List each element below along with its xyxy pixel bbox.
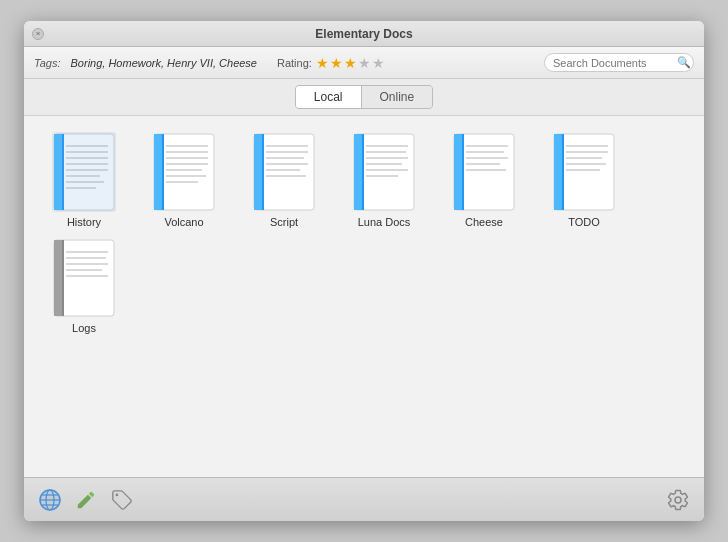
file-item-history[interactable]: History — [44, 132, 124, 228]
stars[interactable]: ★ ★ ★ ★ ★ — [316, 55, 385, 71]
content-area: History — [24, 116, 704, 477]
tag-icon[interactable] — [108, 486, 136, 514]
search-input[interactable] — [553, 57, 673, 69]
file-icon-cheese — [452, 132, 516, 212]
svg-rect-37 — [362, 134, 364, 210]
gear-icon[interactable] — [664, 486, 692, 514]
tab-online[interactable]: Online — [362, 86, 433, 108]
star-4[interactable]: ★ — [358, 55, 371, 71]
window-title: Elementary Docs — [315, 27, 412, 41]
rating-section: Rating: ★ ★ ★ ★ ★ — [277, 55, 385, 71]
svg-rect-64 — [54, 240, 62, 316]
svg-rect-47 — [462, 134, 464, 210]
svg-rect-16 — [162, 134, 164, 210]
svg-rect-55 — [554, 134, 562, 210]
star-5[interactable]: ★ — [372, 55, 385, 71]
star-1[interactable]: ★ — [316, 55, 329, 71]
edit-icon[interactable] — [72, 486, 100, 514]
rating-label: Rating: — [277, 57, 312, 69]
file-item-luna-docs[interactable]: Luna Docs — [344, 132, 424, 228]
file-name-script: Script — [270, 216, 298, 228]
file-item-script[interactable]: Script — [244, 132, 324, 228]
title-bar: × Elementary Docs — [24, 21, 704, 47]
star-2[interactable]: ★ — [330, 55, 343, 71]
svg-rect-56 — [562, 134, 564, 210]
file-icon-luna-docs — [352, 132, 416, 212]
files-grid: History — [44, 132, 684, 334]
star-3[interactable]: ★ — [344, 55, 357, 71]
file-item-cheese[interactable]: Cheese — [444, 132, 524, 228]
file-name-cheese: Cheese — [465, 216, 503, 228]
svg-rect-12 — [52, 132, 116, 212]
file-item-volcano[interactable]: Volcano — [144, 132, 224, 228]
svg-point-78 — [675, 497, 681, 503]
search-icon: 🔍 — [677, 56, 691, 69]
search-box[interactable]: 🔍 — [544, 53, 694, 72]
svg-rect-15 — [154, 134, 162, 210]
tab-local[interactable]: Local — [296, 86, 362, 108]
tab-bar: Local Online — [24, 79, 704, 116]
file-icon-logs — [52, 238, 116, 318]
file-icon-history — [52, 132, 116, 212]
file-icon-volcano — [152, 132, 216, 212]
file-icon-todo — [552, 132, 616, 212]
tags-value: Boring, Homework, Henry VII, Cheese — [71, 57, 257, 69]
status-bar — [24, 477, 704, 521]
globe-icon[interactable] — [36, 486, 64, 514]
file-name-luna-docs: Luna Docs — [358, 216, 411, 228]
svg-rect-65 — [62, 240, 64, 316]
svg-point-77 — [116, 493, 119, 496]
svg-rect-27 — [262, 134, 264, 210]
svg-rect-26 — [254, 134, 262, 210]
main-window: × Elementary Docs Tags: Boring, Homework… — [24, 21, 704, 521]
tab-group: Local Online — [295, 85, 433, 109]
svg-rect-46 — [454, 134, 462, 210]
file-name-todo: TODO — [568, 216, 600, 228]
file-item-todo[interactable]: TODO — [544, 132, 624, 228]
svg-point-76 — [40, 490, 60, 510]
toolbar: Tags: Boring, Homework, Henry VII, Chees… — [24, 47, 704, 79]
tags-label: Tags: — [34, 57, 61, 69]
close-button[interactable]: × — [32, 28, 44, 40]
file-name-history: History — [67, 216, 101, 228]
svg-rect-36 — [354, 134, 362, 210]
file-item-logs[interactable]: Logs — [44, 238, 124, 334]
file-name-logs: Logs — [72, 322, 96, 334]
status-icons — [36, 486, 136, 514]
file-icon-script — [252, 132, 316, 212]
file-name-volcano: Volcano — [164, 216, 203, 228]
